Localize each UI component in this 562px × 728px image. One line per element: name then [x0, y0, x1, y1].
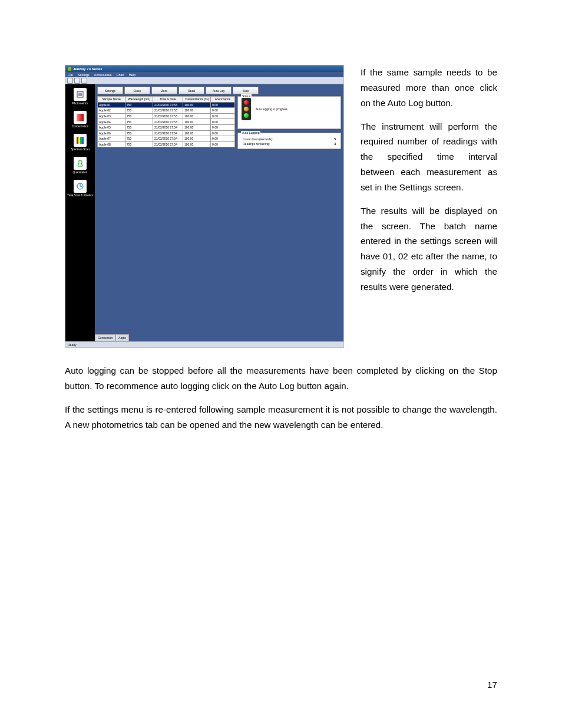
save-icon[interactable] [81, 78, 87, 84]
table-cell: 100.00 [183, 102, 211, 108]
table-cell: 100.00 [183, 113, 211, 119]
close-button[interactable]: Close [124, 87, 150, 94]
table-cell: 0.00 [211, 136, 235, 142]
tab-apple[interactable]: Apple [115, 334, 129, 341]
th-timedate[interactable]: Time & Date [153, 97, 183, 103]
menu-accessories[interactable]: Accessories [94, 73, 112, 77]
sidebar-item-spectrum-scan[interactable]: Spectrum Scan [70, 133, 90, 152]
table-cell: Apple 03 [98, 113, 125, 119]
sidebar-item-photometrics[interactable]: Photometrics [72, 87, 89, 106]
spectrum-icon [74, 134, 87, 147]
table-cell: 0.00 [211, 108, 235, 114]
tab-connection[interactable]: Connection [95, 334, 115, 341]
sidebar-item-label: Quantitation [73, 171, 88, 174]
table-cell: 21/03/2010 17:53 [153, 102, 183, 108]
light-amber [244, 107, 249, 111]
table-cell: Apple 06 [98, 130, 125, 136]
table-cell: 100.00 [183, 130, 211, 136]
table-cell: 0.00 [211, 119, 235, 125]
zero-button[interactable]: Zero [151, 87, 177, 94]
doc-paragraph: If the same sample needs to be measured … [361, 65, 497, 111]
settings-button[interactable]: Settings [97, 87, 123, 94]
table-cell: Apple 05 [98, 124, 125, 130]
autolog-legend: Auto Logging [241, 131, 260, 134]
sidebar-item-label: Photometrics [72, 102, 88, 105]
status-groupbox: Status Auto logging in progress [237, 96, 341, 129]
menu-file[interactable]: File [68, 73, 73, 77]
menu-chart[interactable]: Chart [116, 73, 124, 77]
table-cell: 100.00 [183, 108, 211, 114]
side-text: If the same sample needs to be measured … [361, 65, 497, 303]
remaining-label: Readings remaining: [243, 142, 270, 146]
concentration-icon [74, 111, 87, 124]
table-cell: 750 [125, 130, 153, 136]
table-cell: 21/03/2010 17:53 [153, 113, 183, 119]
table-cell: Apple 07 [98, 136, 125, 142]
table-row[interactable]: Apple 0875021/03/2010 17:54100.000.00 [98, 141, 235, 147]
action-button-row: Settings Close Zero Read Auto Log Stop [97, 87, 341, 94]
table-row[interactable]: Apple 0175021/03/2010 17:53100.000.00 [98, 102, 235, 108]
table-cell: 21/03/2010 17:54 [153, 124, 183, 130]
menu-settings[interactable]: Settings [78, 73, 90, 77]
quantitation-icon [74, 157, 87, 170]
table-cell: 21/03/2010 17:54 [153, 136, 183, 142]
sidebar-item-concentration[interactable]: Concentration [71, 110, 90, 129]
light-green [244, 113, 249, 118]
table-cell: 100.00 [183, 124, 211, 130]
svg-rect-8 [82, 137, 84, 144]
stop-button[interactable]: Stop [233, 87, 259, 94]
table-cell: 100.00 [183, 119, 211, 125]
print-icon[interactable] [74, 78, 80, 84]
autolog-button[interactable]: Auto Log [206, 87, 232, 94]
sidebar-item-label: Time Scan & Kinetics [67, 194, 93, 197]
countdown-value: 5 [334, 137, 336, 141]
table-cell: 750 [125, 124, 153, 130]
app-logo-icon [68, 67, 71, 71]
svg-rect-5 [77, 137, 78, 144]
results-table: Sample Name Wavelength (nm) Time & Date … [97, 96, 235, 147]
sidebar-item-label: Concentration [72, 125, 89, 128]
table-row[interactable]: Apple 0775021/03/2010 17:54100.000.00 [98, 136, 235, 142]
status-legend: Status [241, 94, 252, 98]
clock-icon [74, 180, 87, 193]
table-cell: 750 [125, 108, 153, 114]
page-number: 17 [65, 680, 497, 690]
table-cell: 0.00 [211, 102, 235, 108]
sidebar-item-time-scan[interactable]: Time Scan & Kinetics [67, 179, 94, 198]
table-row[interactable]: Apple 0375021/03/2010 17:53100.000.00 [98, 113, 235, 119]
sidebar: Photometrics Concentration Spectrum Scan [65, 84, 95, 344]
table-cell: 21/03/2010 17:53 [153, 119, 183, 125]
app-screenshot: Jenway 73 Series File Settings Accessori… [65, 65, 344, 348]
th-abs[interactable]: Absorbance [211, 97, 235, 103]
open-icon[interactable] [67, 78, 73, 84]
doc-paragraph: If the settings menu is re-entered follo… [65, 402, 497, 433]
table-cell: 750 [125, 141, 153, 147]
table-cell: 750 [125, 102, 153, 108]
th-trans[interactable]: Transmittance (%) [183, 97, 211, 103]
bottom-text: Auto logging can be stopped before all t… [65, 363, 497, 432]
doc-paragraph: The results will be displayed on the scr… [361, 203, 497, 295]
table-row[interactable]: Apple 0275021/03/2010 17:53100.000.00 [98, 108, 235, 114]
svg-rect-4 [77, 114, 84, 121]
statusbar: Ready [65, 341, 344, 347]
table-cell: 0.00 [211, 113, 235, 119]
doc-paragraph: The instrument will perform the required… [361, 119, 497, 195]
autolog-groupbox: Auto Logging Count down (seconds): 5 Rea… [237, 133, 341, 149]
table-cell: Apple 01 [98, 102, 125, 108]
sidebar-item-label: Spectrum Scan [71, 148, 89, 151]
sidebar-item-quantitation[interactable]: Quantitation [72, 156, 88, 175]
th-sample[interactable]: Sample Name [98, 97, 125, 103]
table-cell: 750 [125, 136, 153, 142]
doc-paragraph: Auto logging can be stopped before all t… [65, 363, 497, 394]
menu-help[interactable]: Help [129, 73, 135, 77]
th-wavelength[interactable]: Wavelength (nm) [125, 97, 153, 103]
table-row[interactable]: Apple 0475021/03/2010 17:53100.000.00 [98, 119, 235, 125]
table-row[interactable]: Apple 0675021/03/2010 17:54100.000.00 [98, 130, 235, 136]
read-button[interactable]: Read [178, 87, 204, 94]
table-cell: 0.00 [211, 130, 235, 136]
statusbar-text: Ready [68, 343, 76, 347]
table-row[interactable]: Apple 0575021/03/2010 17:54100.000.00 [98, 124, 235, 130]
table-cell: 21/03/2010 17:53 [153, 108, 183, 114]
table-cell: Apple 02 [98, 108, 125, 114]
svg-rect-7 [80, 137, 82, 144]
